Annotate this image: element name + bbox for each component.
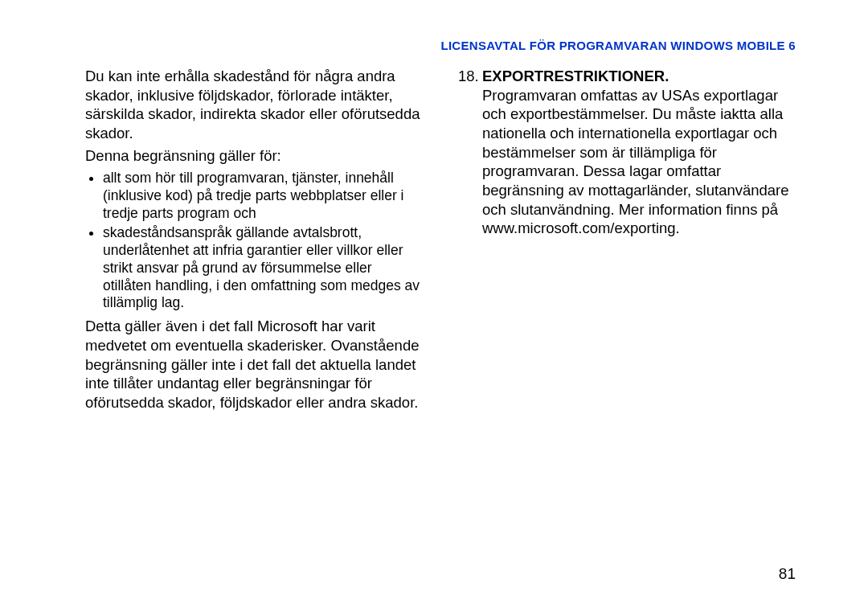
- page-number: 81: [85, 565, 796, 583]
- list-item: allt som hör till programvaran, tjänster…: [103, 170, 423, 223]
- page-header: LICENSAVTAL FÖR PROGRAMVARAN WINDOWS MOB…: [85, 39, 796, 52]
- item-number: 18.: [458, 67, 482, 86]
- two-column-layout: Du kan inte erhålla skadestånd för några…: [85, 67, 796, 565]
- item-body: Programvaran omfattas av USAs exportlaga…: [458, 86, 796, 238]
- paragraph: Denna begränsning gäller för:: [85, 146, 423, 166]
- paragraph: Detta gäller även i det fall Microsoft h…: [85, 317, 423, 412]
- item-heading: EXPORTRESTRIKTIONER.: [482, 67, 669, 86]
- list-item: skadeståndsanspråk gällande avtalsbrott,…: [103, 224, 423, 312]
- bullet-list: allt som hör till programvaran, tjänster…: [85, 170, 423, 312]
- paragraph: Du kan inte erhålla skadestånd för några…: [85, 67, 423, 143]
- numbered-heading: 18. EXPORTRESTRIKTIONER.: [458, 67, 796, 86]
- left-column: Du kan inte erhålla skadestånd för några…: [85, 67, 423, 565]
- right-column: 18. EXPORTRESTRIKTIONER. Programvaran om…: [458, 67, 796, 565]
- document-page: LICENSAVTAL FÖR PROGRAMVARAN WINDOWS MOB…: [0, 0, 868, 615]
